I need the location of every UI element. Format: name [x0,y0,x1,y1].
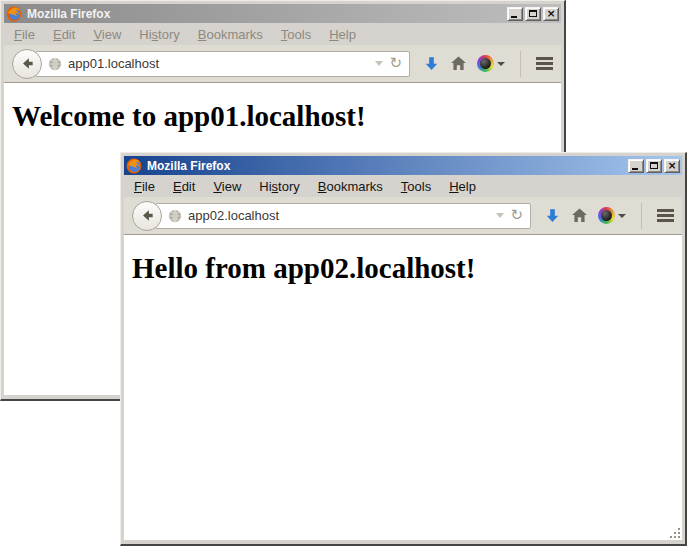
firefox-window-app02: Mozilla Firefox × File Edit View History… [120,152,687,546]
extension-button[interactable] [477,55,505,72]
color-wheel-extension-icon [477,55,494,72]
globe-icon [48,57,62,71]
hamburger-menu-icon[interactable] [657,209,674,222]
back-arrow-icon [140,208,155,223]
maximize-icon [650,162,658,169]
menu-item-tools[interactable]: Tools [274,25,318,44]
url-dropdown-arrow-icon[interactable] [496,213,504,218]
globe-icon [168,209,182,223]
titlebar[interactable]: Mozilla Firefox × [4,4,561,23]
maximize-button[interactable] [646,159,662,173]
toolbar-separator [641,203,642,229]
close-icon: × [665,159,679,173]
resize-grip[interactable] [668,526,681,539]
navigation-toolbar: app02.localhost ↻ [124,197,682,235]
page-content: Hello from app02.localhost! [124,235,682,540]
menu-item-bookmarks[interactable]: Bookmarks [191,25,270,44]
url-text[interactable]: app02.localhost [188,208,490,223]
menu-item-bookmarks[interactable]: Bookmarks [311,177,390,196]
menu-item-file[interactable]: File [127,177,162,196]
menu-item-tools[interactable]: Tools [394,177,438,196]
toolbar-icons [423,51,553,77]
url-text[interactable]: app01.localhost [68,56,369,71]
close-button[interactable]: × [664,159,680,173]
maximize-icon [529,10,537,17]
download-arrow-icon[interactable] [544,207,561,224]
color-wheel-extension-icon [598,207,615,224]
url-dropdown-arrow-icon[interactable] [375,61,383,66]
minimize-button[interactable] [628,159,644,173]
hamburger-menu-icon[interactable] [536,57,553,70]
toolbar-separator [520,51,521,77]
menu-item-file[interactable]: File [7,25,42,44]
menu-item-help[interactable]: Help [442,177,483,196]
back-button[interactable] [12,49,42,79]
home-icon[interactable] [450,55,467,72]
window-title: Mozilla Firefox [25,7,504,21]
menu-item-view[interactable]: View [86,25,128,44]
url-bar[interactable]: app02.localhost ↻ [155,203,531,229]
menu-bar: File Edit View History Bookmarks Tools H… [4,23,561,45]
menu-item-history[interactable]: History [132,25,186,44]
navigation-toolbar: app01.localhost ↻ [4,45,561,83]
download-arrow-icon[interactable] [423,55,440,72]
menu-item-edit[interactable]: Edit [166,177,202,196]
page-heading: Welcome to app01.localhost! [12,100,553,133]
chevron-down-icon [618,214,626,218]
maximize-button[interactable] [525,7,541,21]
extension-button[interactable] [598,207,626,224]
minimize-icon [632,168,638,170]
minimize-button[interactable] [507,7,523,21]
reload-icon[interactable]: ↻ [510,208,523,223]
menu-item-help[interactable]: Help [322,25,363,44]
menu-item-edit[interactable]: Edit [46,25,82,44]
firefox-icon [126,158,142,174]
menu-bar: File Edit View History Bookmarks Tools H… [124,175,682,197]
window-controls: × [628,159,680,173]
window-title: Mozilla Firefox [145,159,625,173]
page-heading: Hello from app02.localhost! [132,252,674,285]
reload-icon[interactable]: ↻ [389,56,402,71]
toolbar-icons [544,203,674,229]
menu-item-history[interactable]: History [252,177,306,196]
window-controls: × [507,7,559,21]
url-bar[interactable]: app01.localhost ↻ [35,51,410,77]
home-icon[interactable] [571,207,588,224]
close-button[interactable]: × [543,7,559,21]
firefox-icon [6,6,22,22]
back-button[interactable] [132,201,162,231]
chevron-down-icon [497,62,505,66]
titlebar[interactable]: Mozilla Firefox × [124,156,682,175]
minimize-icon [511,16,517,18]
close-icon: × [544,7,558,21]
menu-item-view[interactable]: View [206,177,248,196]
back-arrow-icon [20,56,35,71]
